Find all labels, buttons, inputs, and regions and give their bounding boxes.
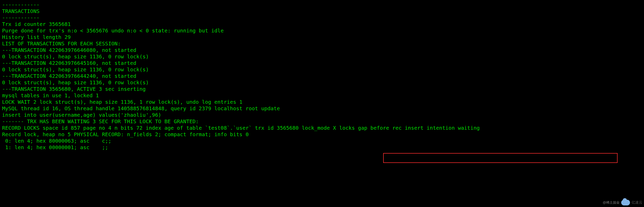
terminal-line: TRANSACTIONS	[2, 8, 642, 15]
terminal-line: Record lock, heap no 5 PHYSICAL RECORD: …	[2, 131, 642, 138]
terminal-line: Trx id counter 3565681	[2, 21, 642, 27]
watermark-left-text: @稀土掘金	[603, 200, 620, 205]
terminal-line: 0 lock struct(s), heap size 1136, 0 row …	[2, 53, 642, 60]
terminal-line: 0: len 4; hex 80000063; asc c;;	[2, 138, 642, 144]
terminal-line: 0 lock struct(s), heap size 1136, 0 row …	[2, 79, 642, 86]
terminal-line: RECORD LOCKS space id 857 page no 4 n bi…	[2, 125, 642, 131]
watermark-right-text: 亿速云	[632, 200, 642, 205]
terminal-line: Purge done for trx's n:o < 3565676 undo …	[2, 27, 642, 34]
annotation-arrow	[0, 153, 644, 207]
terminal-line: MySQL thread id 16, OS thread handle 140…	[2, 105, 642, 112]
terminal-line: ---TRANSACTION 422063976646080, not star…	[2, 47, 642, 53]
terminal-line: ------------	[2, 15, 642, 21]
terminal-line: ------------	[2, 2, 642, 8]
terminal-output: ------------TRANSACTIONS------------Trx …	[0, 0, 644, 153]
terminal-line: LOCK WAIT 2 lock struct(s), heap size 11…	[2, 99, 642, 105]
watermark: @稀土掘金 亿速云	[603, 200, 642, 205]
terminal-line: LIST OF TRANSACTIONS FOR EACH SESSION:	[2, 40, 642, 47]
terminal-line: ---TRANSACTION 422063976644240, not star…	[2, 73, 642, 79]
highlight-box	[383, 153, 618, 163]
terminal-line: ------- TRX HAS BEEN WAITING 3 SEC FOR T…	[2, 118, 642, 125]
cloud-icon	[621, 200, 630, 205]
terminal-line: ---TRANSACTION 422063976645160, not star…	[2, 60, 642, 66]
terminal-line: 0 lock struct(s), heap size 1136, 0 row …	[2, 66, 642, 73]
terminal-line: 1: len 4; hex 00000001; asc ;;	[2, 144, 642, 151]
terminal-line: ---TRANSACTION 3565680, ACTIVE 3 sec ins…	[2, 86, 642, 92]
terminal-line: History list length 29	[2, 34, 642, 40]
terminal-line: insert into user(username,age) values('z…	[2, 112, 642, 118]
terminal-line: mysql tables in use 1, locked 1	[2, 92, 642, 99]
